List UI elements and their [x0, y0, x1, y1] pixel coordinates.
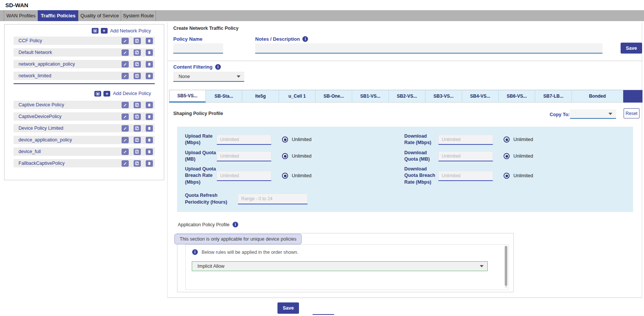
tab-u-cell-1[interactable]: u_Cell 1 [279, 90, 316, 103]
edit-policy-button[interactable] [122, 38, 129, 44]
tab-lte5g[interactable]: lte5g [242, 90, 279, 103]
tabs-overflow-button[interactable] [623, 90, 642, 103]
tab-sb2-vs[interactable]: SB2-VS... [389, 90, 425, 103]
delete-icon [147, 161, 151, 166]
save-button[interactable]: Save [621, 43, 642, 54]
unlimited-radio[interactable] [504, 173, 510, 179]
tab-sb5-vs[interactable]: SB5-VS... [169, 90, 206, 103]
unlimited-radio[interactable] [504, 137, 510, 143]
policy-name: Device Policy Limited [18, 126, 117, 131]
reset-button[interactable]: Reset [624, 108, 639, 118]
edit-policy-button[interactable] [122, 125, 129, 132]
tab-sb-one[interactable]: SB-One... [316, 90, 352, 103]
edit-policy-button[interactable] [122, 137, 129, 143]
table-row: CCF Policy [14, 37, 155, 45]
tab-system-route[interactable]: System Route [121, 10, 156, 21]
policy-name: device_full [18, 149, 117, 154]
tab-sb3-vs[interactable]: SB3-VS... [425, 90, 462, 103]
shaping-profile-panel: Upload Rate (Mbps) Unlimited Upload Quot… [177, 127, 633, 212]
copy-policy-button[interactable] [134, 149, 141, 155]
copy-icon [135, 138, 139, 142]
delete-policy-button[interactable] [146, 149, 153, 155]
delete-icon [147, 74, 151, 78]
policy-name-input[interactable] [173, 43, 223, 54]
edit-policy-button[interactable] [122, 149, 129, 155]
edit-policy-button[interactable] [122, 114, 129, 120]
info-icon[interactable]: i [302, 36, 308, 42]
upload-quota-breach-row: Upload Quota Breach Rate (Mbps) Unlimite… [185, 164, 402, 187]
upload-quota-breach-label: Upload Quota Breach Rate (Mbps) [185, 166, 216, 186]
tab-sb-sta[interactable]: SB-Sta... [206, 90, 242, 103]
download-rate-input[interactable] [438, 135, 493, 145]
rule-select[interactable]: Implicit Allow [192, 261, 488, 271]
copy-policy-button[interactable] [134, 102, 141, 108]
copy-policy-button[interactable] [134, 114, 141, 120]
policy-name: CaptiveDevicePolicy [18, 114, 117, 119]
delete-policy-button[interactable] [146, 137, 153, 143]
edit-policy-button[interactable] [122, 49, 129, 56]
tab-traffic-policies[interactable]: Traffic Policies [38, 10, 78, 21]
unlimited-radio-label: Unlimited [513, 137, 533, 142]
content-filtering-select[interactable]: None [173, 72, 244, 82]
upload-quota-breach-input[interactable] [217, 171, 271, 181]
delete-policy-button[interactable] [146, 73, 153, 79]
copy-policy-button[interactable] [134, 125, 141, 132]
scrollbar[interactable] [505, 246, 507, 288]
partial-button-top-edge[interactable] [313, 314, 334, 316]
unlimited-radio[interactable] [282, 153, 288, 159]
edit-icon [123, 138, 127, 142]
copy-policy-button[interactable] [134, 38, 141, 44]
download-quota-input[interactable] [438, 151, 493, 161]
clone-network-policy-button[interactable] [92, 28, 99, 34]
delete-policy-button[interactable] [146, 38, 153, 44]
delete-policy-button[interactable] [146, 125, 153, 132]
delete-icon [147, 39, 151, 43]
unlimited-radio[interactable] [504, 153, 510, 159]
policy-name: device_application_policy [18, 137, 117, 143]
info-icon[interactable]: i [233, 222, 238, 227]
edit-icon [123, 126, 127, 130]
edit-policy-button[interactable] [122, 61, 129, 67]
quota-refresh-input[interactable] [238, 193, 308, 204]
edit-policy-button[interactable] [122, 102, 129, 108]
unlimited-radio[interactable] [282, 173, 288, 179]
edit-policy-button[interactable] [122, 73, 129, 79]
save-button-bottom[interactable]: Save [277, 302, 299, 314]
scrollbar-thumb[interactable] [505, 246, 507, 286]
application-policy-tooltip: This section is only applicable for uniq… [174, 234, 302, 244]
download-quota-breach-label: Download Quota Breach Rate (Mbps) [404, 166, 438, 186]
tab-sb6-vs[interactable]: SB6-VS... [499, 90, 535, 103]
clone-device-policy-button[interactable] [94, 91, 101, 97]
notes-input[interactable] [255, 43, 602, 54]
copy-policy-button[interactable] [134, 73, 141, 79]
delete-policy-button[interactable] [146, 49, 153, 56]
upload-rate-input[interactable] [217, 135, 271, 145]
info-icon[interactable]: i [215, 64, 221, 70]
download-quota-breach-input[interactable] [438, 171, 493, 181]
add-network-policy-label[interactable]: Add Network Policy [110, 28, 151, 34]
edit-policy-button[interactable] [122, 160, 129, 167]
delete-policy-button[interactable] [146, 61, 153, 67]
tab-quality-of-service[interactable]: Quality of Service [78, 10, 121, 21]
copy-policy-button[interactable] [134, 61, 141, 67]
copy-policy-button[interactable] [134, 160, 141, 167]
delete-policy-button[interactable] [146, 102, 153, 108]
tab-sb4-vs[interactable]: SB4-VS... [462, 90, 499, 103]
add-device-policy-label[interactable]: Add Device Policy [113, 91, 151, 96]
tab-bonded[interactable]: Bonded [572, 90, 623, 103]
rules-info-row: i Below rules will be applied in the ord… [192, 249, 298, 255]
main-tab-bar: WAN Profiles Traffic Policies Quality of… [0, 10, 644, 21]
copy-policy-button[interactable] [134, 49, 141, 56]
unlimited-radio-label: Unlimited [292, 173, 311, 178]
upload-quota-input[interactable] [217, 151, 271, 161]
tab-wan-profiles[interactable]: WAN Profiles [4, 10, 38, 21]
delete-policy-button[interactable] [146, 160, 153, 167]
unlimited-radio[interactable] [282, 137, 288, 143]
copy-to-select[interactable] [570, 109, 616, 119]
tab-sb1-vs[interactable]: SB1-VS... [352, 90, 389, 103]
delete-policy-button[interactable] [146, 114, 153, 120]
tab-sb7-lb[interactable]: SB7-LB... [535, 90, 572, 103]
add-network-policy-button[interactable]: + [101, 28, 108, 34]
add-device-policy-button[interactable]: + [103, 91, 110, 97]
copy-policy-button[interactable] [134, 137, 141, 143]
